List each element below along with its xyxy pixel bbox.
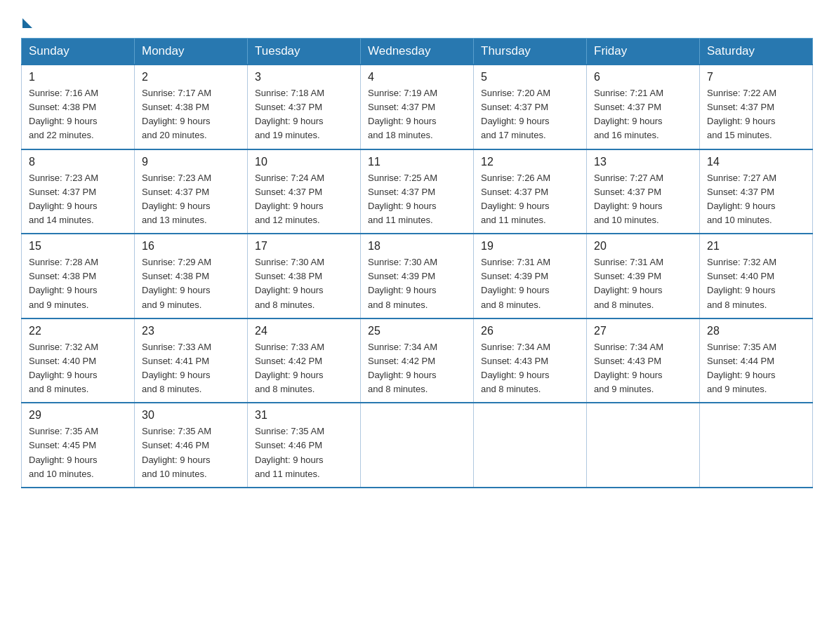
- calendar-cell: 4 Sunrise: 7:19 AMSunset: 4:37 PMDayligh…: [361, 65, 474, 149]
- day-info: Sunrise: 7:35 AMSunset: 4:45 PMDaylight:…: [29, 426, 98, 478]
- day-info: Sunrise: 7:25 AMSunset: 4:37 PMDaylight:…: [368, 173, 437, 225]
- calendar-cell: 6 Sunrise: 7:21 AMSunset: 4:37 PMDayligh…: [587, 65, 700, 149]
- calendar-cell: [700, 403, 813, 488]
- day-number: 3: [255, 71, 353, 83]
- calendar-cell: 13 Sunrise: 7:27 AMSunset: 4:37 PMDaylig…: [587, 149, 700, 234]
- calendar-cell: 28 Sunrise: 7:35 AMSunset: 4:44 PMDaylig…: [700, 318, 813, 403]
- calendar-cell: 10 Sunrise: 7:24 AMSunset: 4:37 PMDaylig…: [248, 149, 361, 234]
- calendar-cell: 1 Sunrise: 7:16 AMSunset: 4:38 PMDayligh…: [22, 65, 135, 149]
- calendar-cell: 11 Sunrise: 7:25 AMSunset: 4:37 PMDaylig…: [361, 149, 474, 234]
- day-info: Sunrise: 7:18 AMSunset: 4:37 PMDaylight:…: [255, 88, 324, 140]
- day-number: 12: [481, 156, 579, 168]
- day-number: 5: [481, 71, 579, 83]
- day-info: Sunrise: 7:17 AMSunset: 4:38 PMDaylight:…: [142, 88, 211, 140]
- calendar-week-row: 1 Sunrise: 7:16 AMSunset: 4:38 PMDayligh…: [22, 65, 813, 149]
- calendar-cell: 30 Sunrise: 7:35 AMSunset: 4:46 PMDaylig…: [135, 403, 248, 488]
- day-info: Sunrise: 7:33 AMSunset: 4:41 PMDaylight:…: [142, 342, 211, 394]
- day-number: 14: [707, 156, 805, 168]
- calendar-cell: 16 Sunrise: 7:29 AMSunset: 4:38 PMDaylig…: [135, 234, 248, 318]
- day-info: Sunrise: 7:34 AMSunset: 4:43 PMDaylight:…: [481, 342, 550, 394]
- day-info: Sunrise: 7:34 AMSunset: 4:43 PMDaylight:…: [594, 342, 663, 394]
- weekday-header-friday: Friday: [587, 39, 700, 65]
- day-number: 29: [29, 409, 127, 422]
- day-number: 9: [142, 156, 240, 168]
- calendar-week-row: 8 Sunrise: 7:23 AMSunset: 4:37 PMDayligh…: [22, 149, 813, 234]
- day-number: 8: [29, 156, 127, 168]
- day-info: Sunrise: 7:33 AMSunset: 4:42 PMDaylight:…: [255, 342, 324, 394]
- day-info: Sunrise: 7:30 AMSunset: 4:39 PMDaylight:…: [368, 257, 437, 309]
- calendar-week-row: 22 Sunrise: 7:32 AMSunset: 4:40 PMDaylig…: [22, 318, 813, 403]
- day-info: Sunrise: 7:32 AMSunset: 4:40 PMDaylight:…: [29, 342, 98, 394]
- calendar-cell: 12 Sunrise: 7:26 AMSunset: 4:37 PMDaylig…: [474, 149, 587, 234]
- day-number: 26: [481, 325, 579, 337]
- day-info: Sunrise: 7:28 AMSunset: 4:38 PMDaylight:…: [29, 257, 98, 309]
- day-number: 13: [594, 156, 692, 168]
- weekday-header-saturday: Saturday: [700, 39, 813, 65]
- calendar-cell: 26 Sunrise: 7:34 AMSunset: 4:43 PMDaylig…: [474, 318, 587, 403]
- day-number: 17: [255, 240, 353, 253]
- calendar-cell: 8 Sunrise: 7:23 AMSunset: 4:37 PMDayligh…: [22, 149, 135, 234]
- day-number: 10: [255, 156, 353, 168]
- day-number: 1: [29, 71, 127, 83]
- calendar-cell: 22 Sunrise: 7:32 AMSunset: 4:40 PMDaylig…: [22, 318, 135, 403]
- day-info: Sunrise: 7:22 AMSunset: 4:37 PMDaylight:…: [707, 88, 776, 140]
- day-info: Sunrise: 7:32 AMSunset: 4:40 PMDaylight:…: [707, 257, 776, 309]
- day-info: Sunrise: 7:35 AMSunset: 4:44 PMDaylight:…: [707, 342, 776, 394]
- day-number: 22: [29, 325, 127, 337]
- day-info: Sunrise: 7:31 AMSunset: 4:39 PMDaylight:…: [481, 257, 550, 309]
- day-number: 24: [255, 325, 353, 337]
- day-info: Sunrise: 7:35 AMSunset: 4:46 PMDaylight:…: [255, 426, 324, 478]
- day-info: Sunrise: 7:29 AMSunset: 4:38 PMDaylight:…: [142, 257, 211, 309]
- calendar-cell: 25 Sunrise: 7:34 AMSunset: 4:42 PMDaylig…: [361, 318, 474, 403]
- day-number: 18: [368, 240, 466, 253]
- day-number: 16: [142, 240, 240, 253]
- day-info: Sunrise: 7:23 AMSunset: 4:37 PMDaylight:…: [29, 173, 98, 225]
- day-number: 23: [142, 325, 240, 337]
- day-info: Sunrise: 7:20 AMSunset: 4:37 PMDaylight:…: [481, 88, 550, 140]
- calendar-cell: 19 Sunrise: 7:31 AMSunset: 4:39 PMDaylig…: [474, 234, 587, 318]
- day-info: Sunrise: 7:21 AMSunset: 4:37 PMDaylight:…: [594, 88, 663, 140]
- day-number: 11: [368, 156, 466, 168]
- weekday-header-thursday: Thursday: [474, 39, 587, 65]
- calendar-cell: 20 Sunrise: 7:31 AMSunset: 4:39 PMDaylig…: [587, 234, 700, 318]
- day-number: 20: [594, 240, 692, 253]
- day-info: Sunrise: 7:26 AMSunset: 4:37 PMDaylight:…: [481, 173, 550, 225]
- day-info: Sunrise: 7:19 AMSunset: 4:37 PMDaylight:…: [368, 88, 437, 140]
- weekday-header-monday: Monday: [135, 39, 248, 65]
- calendar-week-row: 15 Sunrise: 7:28 AMSunset: 4:38 PMDaylig…: [22, 234, 813, 318]
- day-number: 30: [142, 409, 240, 422]
- calendar-cell: 15 Sunrise: 7:28 AMSunset: 4:38 PMDaylig…: [22, 234, 135, 318]
- weekday-header-row: SundayMondayTuesdayWednesdayThursdayFrid…: [22, 39, 813, 65]
- calendar-cell: 14 Sunrise: 7:27 AMSunset: 4:37 PMDaylig…: [700, 149, 813, 234]
- day-number: 25: [368, 325, 466, 337]
- day-info: Sunrise: 7:16 AMSunset: 4:38 PMDaylight:…: [29, 88, 98, 140]
- calendar-cell: 2 Sunrise: 7:17 AMSunset: 4:38 PMDayligh…: [135, 65, 248, 149]
- logo: [21, 14, 32, 25]
- calendar-cell: [587, 403, 700, 488]
- calendar-cell: [474, 403, 587, 488]
- calendar-cell: 3 Sunrise: 7:18 AMSunset: 4:37 PMDayligh…: [248, 65, 361, 149]
- weekday-header-tuesday: Tuesday: [248, 39, 361, 65]
- calendar-cell: 24 Sunrise: 7:33 AMSunset: 4:42 PMDaylig…: [248, 318, 361, 403]
- calendar-cell: 31 Sunrise: 7:35 AMSunset: 4:46 PMDaylig…: [248, 403, 361, 488]
- day-info: Sunrise: 7:24 AMSunset: 4:37 PMDaylight:…: [255, 173, 324, 225]
- day-number: 31: [255, 409, 353, 422]
- day-info: Sunrise: 7:34 AMSunset: 4:42 PMDaylight:…: [368, 342, 437, 394]
- page-header: [21, 14, 813, 25]
- day-number: 21: [707, 240, 805, 253]
- day-info: Sunrise: 7:30 AMSunset: 4:38 PMDaylight:…: [255, 257, 324, 309]
- calendar-cell: 7 Sunrise: 7:22 AMSunset: 4:37 PMDayligh…: [700, 65, 813, 149]
- day-number: 19: [481, 240, 579, 253]
- calendar-cell: 5 Sunrise: 7:20 AMSunset: 4:37 PMDayligh…: [474, 65, 587, 149]
- calendar-cell: 18 Sunrise: 7:30 AMSunset: 4:39 PMDaylig…: [361, 234, 474, 318]
- day-number: 4: [368, 71, 466, 83]
- day-info: Sunrise: 7:31 AMSunset: 4:39 PMDaylight:…: [594, 257, 663, 309]
- calendar-week-row: 29 Sunrise: 7:35 AMSunset: 4:45 PMDaylig…: [22, 403, 813, 488]
- day-info: Sunrise: 7:27 AMSunset: 4:37 PMDaylight:…: [594, 173, 663, 225]
- day-info: Sunrise: 7:27 AMSunset: 4:37 PMDaylight:…: [707, 173, 776, 225]
- day-info: Sunrise: 7:35 AMSunset: 4:46 PMDaylight:…: [142, 426, 211, 478]
- calendar-cell: [361, 403, 474, 488]
- calendar-cell: 27 Sunrise: 7:34 AMSunset: 4:43 PMDaylig…: [587, 318, 700, 403]
- day-number: 7: [707, 71, 805, 83]
- day-number: 2: [142, 71, 240, 83]
